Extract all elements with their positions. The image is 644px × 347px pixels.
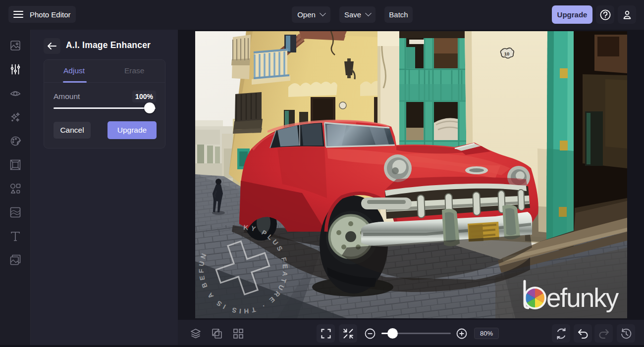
svg-text:10: 10 bbox=[504, 51, 510, 56]
svg-text:efunky: efunky bbox=[546, 283, 619, 312]
